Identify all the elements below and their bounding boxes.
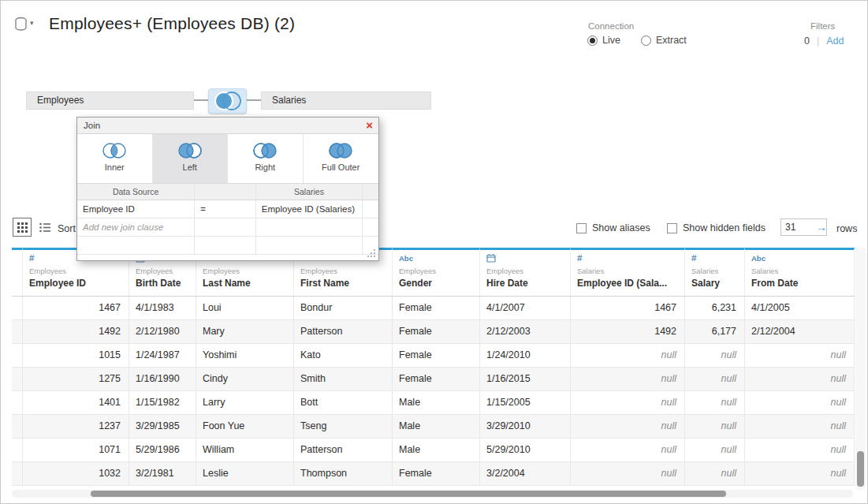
cell: 1492 xyxy=(571,320,685,343)
page-title[interactable]: Employees+ (Employees DB) (2) xyxy=(49,14,295,33)
column-table-name: Salaries xyxy=(577,267,684,275)
rows-count-input[interactable] xyxy=(781,221,815,233)
filters-row: 0 | Add xyxy=(804,35,844,47)
grid-view-button[interactable] xyxy=(13,218,32,237)
cell: 1/16/2015 xyxy=(480,368,571,390)
filters-label: Filters xyxy=(810,21,835,31)
cell: 1032 xyxy=(23,462,129,485)
clause-header-data-source: Data Source xyxy=(77,184,195,200)
cell: 5/29/1986 xyxy=(129,439,196,461)
column-header-from-date[interactable]: AbcSalariesFrom Date xyxy=(745,248,855,296)
column-header-employee-id-sala[interactable]: #SalariesEmployee ID (Sala... xyxy=(571,248,685,296)
column-header-hire-date[interactable]: EmployeesHire Date xyxy=(480,248,571,296)
cell: 1015 xyxy=(23,344,129,367)
cell: null xyxy=(745,439,855,461)
clause-header-salaries: Salaries xyxy=(256,184,363,200)
cell: 6,231 xyxy=(685,297,745,319)
clause-right-field[interactable]: Employee ID (Salaries) xyxy=(256,200,363,218)
cell: Thompson xyxy=(294,462,393,485)
column-field-name: Birth Date xyxy=(136,278,196,289)
table-row: 14674/1/1983LouiBondurFemale4/1/20071467… xyxy=(12,297,855,320)
add-join-clause-row[interactable]: Add new join clause xyxy=(77,218,378,237)
join-type-inner[interactable]: Inner xyxy=(77,134,153,183)
vertical-scrollbar-thumb[interactable] xyxy=(857,451,864,487)
cell: 2/12/2003 xyxy=(480,320,571,343)
column-type-icon: Abc xyxy=(751,253,854,264)
cell: null xyxy=(685,391,745,414)
cell: Smith xyxy=(294,368,393,390)
cell: 1401 xyxy=(23,391,129,414)
cell: 1/24/2010 xyxy=(480,344,571,367)
column-table-name: Employees xyxy=(486,267,570,275)
filters-count: 0 xyxy=(804,35,810,47)
show-hidden-fields-checkbox[interactable] xyxy=(667,223,677,233)
cell: Larry xyxy=(196,391,294,414)
row-gutter xyxy=(12,320,23,343)
radio-live[interactable]: Live xyxy=(587,35,620,46)
table-row: 10323/2/1981LeslieThompsonFemale3/2/2004… xyxy=(12,462,855,486)
cell: Mary xyxy=(196,320,294,343)
resize-grip[interactable] xyxy=(367,249,375,257)
cell: Tseng xyxy=(294,415,393,438)
table-box-salaries[interactable]: Salaries xyxy=(261,91,431,110)
horizontal-scrollbar-thumb[interactable] xyxy=(91,491,726,497)
join-venn-button[interactable] xyxy=(208,88,247,114)
cell: Female xyxy=(393,462,480,485)
row-gutter xyxy=(12,462,23,485)
cell: null xyxy=(685,368,745,390)
cell: null xyxy=(571,462,685,485)
add-filter-link[interactable]: Add xyxy=(826,35,844,47)
join-type-label: Right xyxy=(255,162,275,172)
radio-extract[interactable]: Extract xyxy=(641,35,687,46)
chevron-down-icon[interactable]: ▾ xyxy=(30,19,34,27)
column-type-icon: # xyxy=(691,253,744,264)
join-type-full-outer[interactable]: Full Outer xyxy=(304,134,379,183)
cell: 3/2/1981 xyxy=(129,462,196,485)
show-aliases-option[interactable]: Show aliases xyxy=(576,222,650,233)
header-gutter xyxy=(12,248,23,296)
column-field-name: From Date xyxy=(751,278,854,289)
cell: Female xyxy=(393,297,480,319)
clause-left-field[interactable]: Employee ID xyxy=(77,200,195,218)
cell: Male xyxy=(393,391,480,414)
right-arrow-icon[interactable]: → xyxy=(816,221,827,233)
cell: null xyxy=(571,344,685,367)
rows-count-field: → xyxy=(780,218,827,236)
vertical-scrollbar[interactable] xyxy=(855,248,866,490)
database-icon[interactable] xyxy=(14,17,28,35)
horizontal-scrollbar[interactable] xyxy=(12,490,853,498)
join-type-left[interactable]: Left xyxy=(153,134,229,183)
cell: William xyxy=(196,439,294,461)
table-row: 14922/12/1980MaryPattersonFemale2/12/200… xyxy=(12,320,855,344)
radio-extract-icon[interactable] xyxy=(641,35,651,46)
clause-operator[interactable]: = xyxy=(195,200,256,218)
column-table-name: Employees xyxy=(203,267,293,275)
add-join-clause-placeholder[interactable]: Add new join clause xyxy=(77,218,195,236)
cell: Female xyxy=(393,320,480,343)
column-table-name: Salaries xyxy=(751,267,854,275)
metadata-view-button[interactable] xyxy=(35,218,54,237)
column-header-salary[interactable]: #SalariesSalary xyxy=(685,248,745,296)
row-gutter xyxy=(12,439,23,461)
cell: 3/29/1985 xyxy=(129,415,196,438)
table-row: 10151/24/1987YoshimiKatoFemale1/24/2010n… xyxy=(12,344,855,368)
abc-icon: Abc xyxy=(751,254,766,263)
show-hidden-fields-option[interactable]: Show hidden fields xyxy=(667,222,766,233)
column-table-name: Employees xyxy=(399,267,479,275)
column-table-name: Salaries xyxy=(691,267,744,275)
column-field-name: Salary xyxy=(691,278,744,289)
cell: null xyxy=(745,415,855,438)
show-aliases-checkbox[interactable] xyxy=(576,223,587,233)
row-gutter xyxy=(12,415,23,438)
table-box-employees[interactable]: Employees xyxy=(26,91,194,110)
close-icon[interactable]: × xyxy=(366,118,373,133)
column-table-name: Employees xyxy=(300,267,392,275)
show-aliases-label: Show aliases xyxy=(592,222,650,233)
column-header-gender[interactable]: AbcEmployeesGender xyxy=(393,248,480,296)
join-type-right[interactable]: Right xyxy=(228,134,304,183)
cell: Yoshimi xyxy=(196,344,294,367)
cell: null xyxy=(685,439,745,461)
column-field-name: Hire Date xyxy=(486,278,570,289)
radio-live-icon[interactable] xyxy=(587,35,598,46)
radio-live-label: Live xyxy=(602,35,620,46)
